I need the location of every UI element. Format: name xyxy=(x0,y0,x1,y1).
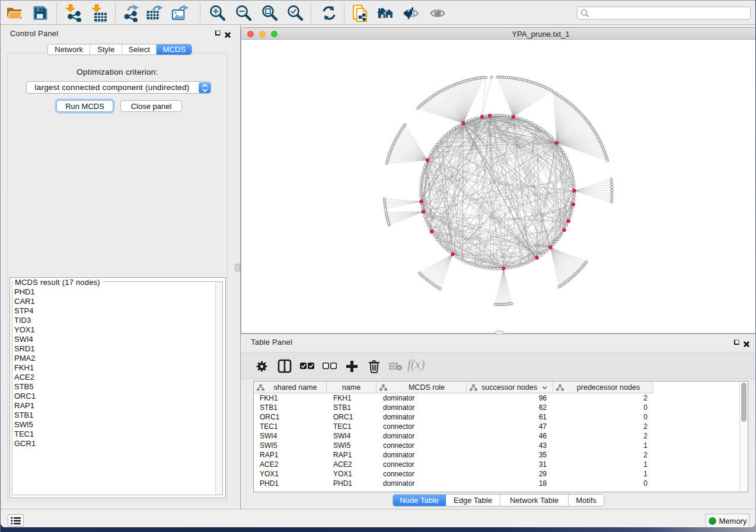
hide-eye-icon[interactable] xyxy=(402,5,420,21)
home-icon[interactable] xyxy=(377,5,394,21)
right-area: YPA_prune.txt_1 Table Panel xyxy=(240,25,755,509)
mcds-result-item[interactable]: STB5 xyxy=(14,382,215,392)
search-input[interactable] xyxy=(589,8,750,18)
mcds-result-item[interactable]: PHD1 xyxy=(14,287,215,297)
mcds-result-item[interactable]: GCR1 xyxy=(14,439,215,448)
mcds-result-item[interactable]: SWI4 xyxy=(14,335,215,344)
shared-column-icon xyxy=(379,384,387,391)
import-network-icon[interactable] xyxy=(64,5,82,21)
task-history-button[interactable] xyxy=(8,514,24,527)
mcds-result-item[interactable]: RAP1 xyxy=(14,401,215,411)
open-file-icon[interactable] xyxy=(5,5,23,21)
zoom-selected-icon[interactable] xyxy=(286,5,304,21)
mcds-result-item[interactable]: ORC1 xyxy=(14,392,215,401)
float-window-icon[interactable] xyxy=(734,339,739,345)
column-header-successor-nodes[interactable]: successor nodes xyxy=(467,382,553,393)
column-header-predecessor-nodes[interactable]: predecessor nodes xyxy=(553,382,653,393)
table-cell: YOX1 xyxy=(333,469,375,479)
export-network-icon[interactable] xyxy=(123,5,141,21)
mcds-result-item[interactable]: FKH1 xyxy=(14,363,215,373)
mcds-result-item[interactable]: YOX1 xyxy=(14,325,215,335)
tab-network[interactable]: Network xyxy=(48,44,90,55)
import-table-icon[interactable] xyxy=(90,5,108,21)
add-icon[interactable] xyxy=(344,358,359,374)
table-cell: PHD1 xyxy=(260,479,319,488)
mcds-result-item[interactable]: TID3 xyxy=(14,316,215,325)
toolbar-separator xyxy=(115,4,116,23)
memory-status-icon xyxy=(709,517,716,525)
tab-select[interactable]: Select xyxy=(122,44,157,55)
close-traffic-light[interactable] xyxy=(247,31,254,37)
function-builder-icon[interactable]: f(x) xyxy=(407,357,425,372)
search-icon xyxy=(580,9,589,18)
mcds-list-scrollbar[interactable] xyxy=(215,282,222,495)
table-row[interactable]: SWI5SWI5connector431 xyxy=(254,441,740,450)
network-window-titlebar[interactable]: YPA_prune.txt_1 xyxy=(241,28,755,40)
copy-share-icon[interactable] xyxy=(352,5,369,21)
table-row[interactable]: ACE2ACE2connector311 xyxy=(254,460,740,469)
table-row[interactable]: SWI4SWI4dominator462 xyxy=(254,431,740,441)
zoom-fit-icon[interactable] xyxy=(261,5,279,21)
save-session-icon[interactable] xyxy=(31,5,49,21)
horizontal-splitter-handle[interactable] xyxy=(495,331,503,335)
tab-style[interactable]: Style xyxy=(90,44,122,55)
zoom-traffic-light[interactable] xyxy=(271,31,277,37)
shared-column-icon xyxy=(556,384,564,391)
table-cell: 1 xyxy=(553,469,647,479)
tab-node-table[interactable]: Node Table xyxy=(393,495,446,506)
delete-table-icon[interactable] xyxy=(388,358,403,374)
table-row[interactable]: PHD1PHD1dominator180 xyxy=(254,479,740,488)
table-scrollbar[interactable] xyxy=(739,382,748,492)
mcds-result-item[interactable]: PMA2 xyxy=(14,354,215,363)
close-icon[interactable] xyxy=(225,30,231,36)
close-panel-button[interactable]: Close panel xyxy=(120,100,182,112)
mcds-result-item[interactable]: ACE2 xyxy=(14,373,215,382)
settings-gear-icon[interactable] xyxy=(254,358,269,374)
table-row[interactable]: RAP1RAP1dominator352 xyxy=(254,450,740,460)
table-row[interactable]: YOX1YOX1connector291 xyxy=(254,469,740,479)
tab-network-table[interactable]: Network Table xyxy=(500,495,569,506)
table-row[interactable]: FKH1FKH1dominator962 xyxy=(254,393,740,403)
deselect-all-icon[interactable] xyxy=(322,358,337,374)
table-row[interactable]: STB1STB1dominator620 xyxy=(254,403,740,412)
zoom-in-icon[interactable] xyxy=(209,5,227,21)
minimize-traffic-light[interactable] xyxy=(259,31,266,37)
table-cell: YOX1 xyxy=(260,469,319,479)
column-header-shared-name[interactable]: shared name xyxy=(254,382,327,393)
search-box[interactable] xyxy=(577,7,751,20)
mcds-result-item[interactable]: STB1 xyxy=(14,411,215,420)
table-cell: ACE2 xyxy=(260,460,319,469)
close-icon[interactable] xyxy=(744,339,750,345)
delete-trash-icon[interactable] xyxy=(366,358,382,374)
splitter-handle[interactable] xyxy=(235,264,240,271)
export-table-icon[interactable] xyxy=(146,5,164,21)
mcds-result-item[interactable]: TEC1 xyxy=(14,430,215,439)
column-header-name[interactable]: name xyxy=(327,382,377,393)
table-scrollbar-thumb[interactable] xyxy=(741,383,747,422)
tab-motifs[interactable]: Motifs xyxy=(569,495,604,506)
mcds-result-list[interactable]: PHD1CAR1STP4TID3YOX1SWI4SRD1PMA2FKH1ACE2… xyxy=(12,286,215,495)
table-row[interactable]: ORC1ORC1dominator610 xyxy=(254,412,740,422)
table-row[interactable]: TEC1TEC1connector472 xyxy=(254,422,740,431)
mcds-result-item[interactable]: SRD1 xyxy=(14,344,215,354)
select-all-icon[interactable] xyxy=(299,358,315,374)
memory-button[interactable]: Memory xyxy=(706,514,749,527)
network-canvas[interactable] xyxy=(241,40,755,333)
toolbar-separator xyxy=(311,4,311,23)
split-columns-icon[interactable] xyxy=(277,358,292,374)
mcds-result-item[interactable]: SWI5 xyxy=(14,420,215,430)
run-mcds-button[interactable]: Run MCDS xyxy=(56,100,113,112)
table-cell: 1 xyxy=(553,441,647,450)
criterion-select[interactable]: largest connected component (undirected) xyxy=(26,81,211,94)
export-image-icon[interactable] xyxy=(171,5,189,21)
memory-label: Memory xyxy=(719,517,747,525)
show-eye-icon[interactable] xyxy=(429,5,446,21)
zoom-out-icon[interactable] xyxy=(235,5,253,21)
tab-mcds[interactable]: MCDS xyxy=(157,44,192,55)
refresh-icon[interactable] xyxy=(320,5,338,21)
tab-edge-table[interactable]: Edge Table xyxy=(446,495,500,506)
column-header-MCDS-role[interactable]: MCDS role xyxy=(377,382,467,393)
mcds-result-item[interactable]: CAR1 xyxy=(14,297,215,306)
float-window-icon[interactable] xyxy=(215,30,221,36)
mcds-result-item[interactable]: STP4 xyxy=(14,306,215,316)
